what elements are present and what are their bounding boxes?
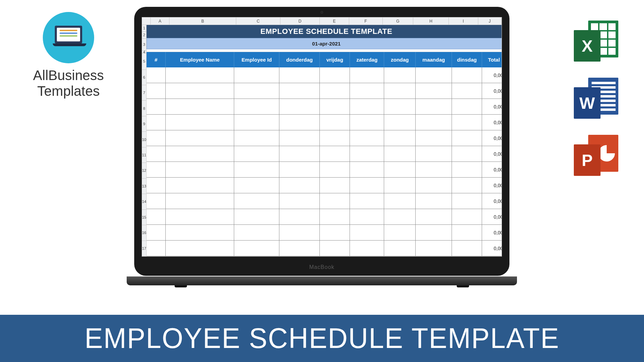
cell[interactable] xyxy=(279,146,320,162)
cell[interactable] xyxy=(166,83,234,99)
cell[interactable] xyxy=(234,193,279,209)
cell[interactable] xyxy=(166,146,234,162)
cell[interactable] xyxy=(452,130,482,146)
cell[interactable] xyxy=(279,67,320,83)
cell[interactable] xyxy=(234,209,279,225)
cell[interactable] xyxy=(452,67,482,83)
cell[interactable] xyxy=(166,162,234,178)
cell[interactable] xyxy=(234,83,279,99)
cell[interactable] xyxy=(384,99,416,115)
cell[interactable] xyxy=(279,193,320,209)
row-number[interactable]: 3 xyxy=(142,39,147,51)
cell[interactable] xyxy=(416,162,452,178)
cell[interactable] xyxy=(452,241,482,256)
col-letter[interactable]: D xyxy=(280,17,320,25)
cell[interactable] xyxy=(416,193,452,209)
cell[interactable] xyxy=(147,241,166,256)
cell[interactable] xyxy=(350,178,384,193)
row-number[interactable]: 8 xyxy=(142,101,147,116)
cell-total[interactable]: 0,00 xyxy=(482,225,502,241)
cell[interactable] xyxy=(147,209,166,225)
cell[interactable] xyxy=(234,162,279,178)
cell[interactable] xyxy=(350,67,384,83)
cell-total[interactable]: 0,00 xyxy=(482,146,502,162)
header-num[interactable]: # xyxy=(147,52,166,67)
cell-total[interactable]: 0,00 xyxy=(482,83,502,99)
col-letter[interactable]: H xyxy=(413,17,449,25)
cell[interactable] xyxy=(279,83,320,99)
cell[interactable] xyxy=(452,225,482,241)
cell[interactable] xyxy=(147,99,166,115)
cell[interactable] xyxy=(234,115,279,130)
cell[interactable] xyxy=(416,209,452,225)
cell[interactable] xyxy=(384,146,416,162)
cell[interactable] xyxy=(452,99,482,115)
row-number[interactable]: 10 xyxy=(142,132,147,147)
cell[interactable] xyxy=(384,193,416,209)
cell[interactable] xyxy=(416,67,452,83)
sheet-date[interactable]: 01-apr-2021 xyxy=(147,38,502,50)
cell[interactable] xyxy=(234,130,279,146)
cell[interactable] xyxy=(320,225,350,241)
cell[interactable] xyxy=(384,209,416,225)
col-letter[interactable]: J xyxy=(478,17,502,25)
cell[interactable] xyxy=(320,193,350,209)
sheet-title[interactable]: EMPLOYEE SCHEDULE TEMPLATE xyxy=(147,25,502,38)
col-letter[interactable]: I xyxy=(449,17,478,25)
header-day[interactable]: vrijdag xyxy=(320,52,350,67)
cell[interactable] xyxy=(416,241,452,256)
cell[interactable] xyxy=(234,146,279,162)
cell-total[interactable]: 0,00 xyxy=(482,209,502,225)
cell[interactable] xyxy=(350,146,384,162)
row-number[interactable]: 2 xyxy=(142,32,147,39)
cell[interactable] xyxy=(350,99,384,115)
cell[interactable] xyxy=(452,83,482,99)
row-number[interactable]: 7 xyxy=(142,85,147,101)
row-number[interactable]: 17 xyxy=(142,241,147,256)
cell[interactable] xyxy=(166,193,234,209)
cell[interactable] xyxy=(384,115,416,130)
cell[interactable] xyxy=(384,241,416,256)
cell[interactable] xyxy=(166,130,234,146)
cell[interactable] xyxy=(384,130,416,146)
cell[interactable] xyxy=(320,209,350,225)
cell-total[interactable]: 0,00 xyxy=(482,193,502,209)
row-number[interactable]: 4 xyxy=(142,51,147,53)
cell[interactable] xyxy=(166,99,234,115)
cell[interactable] xyxy=(234,225,279,241)
cell-total[interactable]: 0,00 xyxy=(482,99,502,115)
cell[interactable] xyxy=(384,67,416,83)
cell[interactable] xyxy=(416,178,452,193)
header-day[interactable]: zaterdag xyxy=(350,52,384,67)
cell[interactable] xyxy=(452,193,482,209)
cell[interactable] xyxy=(452,209,482,225)
header-employee-id[interactable]: Employee Id xyxy=(234,52,279,67)
row-number[interactable]: 16 xyxy=(142,225,147,241)
col-letter[interactable]: G xyxy=(383,17,414,25)
cell[interactable] xyxy=(416,130,452,146)
cell[interactable] xyxy=(147,83,166,99)
cell[interactable] xyxy=(147,162,166,178)
cell[interactable] xyxy=(416,83,452,99)
cell[interactable] xyxy=(320,162,350,178)
cell[interactable] xyxy=(350,83,384,99)
cell[interactable] xyxy=(234,178,279,193)
row-number[interactable]: 13 xyxy=(142,179,147,194)
cell[interactable] xyxy=(416,146,452,162)
cell[interactable] xyxy=(320,146,350,162)
header-total[interactable]: Total xyxy=(482,52,502,67)
cell[interactable] xyxy=(279,115,320,130)
cell[interactable] xyxy=(384,162,416,178)
cell[interactable] xyxy=(452,146,482,162)
cell[interactable] xyxy=(384,178,416,193)
cell[interactable] xyxy=(320,115,350,130)
cell[interactable] xyxy=(452,115,482,130)
row-number[interactable]: 15 xyxy=(142,210,147,225)
cell[interactable] xyxy=(147,178,166,193)
cell[interactable] xyxy=(350,225,384,241)
cell[interactable] xyxy=(320,130,350,146)
cell[interactable] xyxy=(166,241,234,256)
cell[interactable] xyxy=(279,178,320,193)
cell[interactable] xyxy=(147,193,166,209)
cell[interactable] xyxy=(147,225,166,241)
